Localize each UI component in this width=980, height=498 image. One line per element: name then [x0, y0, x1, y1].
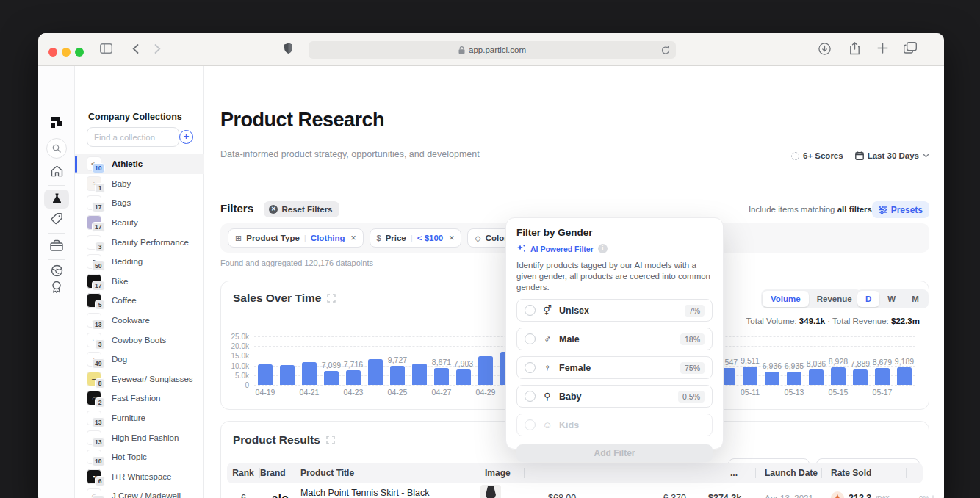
period-option-d[interactable]: D — [857, 291, 879, 307]
add-filter-button[interactable]: Add Filter — [516, 444, 713, 462]
sidebar-item-cookware[interactable]: ≋13Cookware — [75, 311, 204, 331]
minimize-window-button[interactable] — [62, 48, 71, 57]
chart-bar[interactable] — [456, 369, 471, 385]
sidebar-item-bike[interactable]: 17Bike — [75, 272, 204, 292]
radio-button[interactable] — [525, 333, 536, 344]
sidebar-item-high-end-fashion[interactable]: ⌐13High End Fashion — [75, 427, 204, 447]
radio-button — [525, 419, 536, 430]
rail-home-icon[interactable] — [38, 165, 75, 177]
add-collection-button[interactable]: + — [179, 130, 193, 144]
column-header-...[interactable]: ... — [697, 468, 756, 478]
collection-search-input[interactable]: Find a collection — [87, 127, 179, 147]
chart-bar[interactable] — [875, 368, 890, 385]
chart-bar[interactable] — [809, 369, 824, 385]
column-header-Rank[interactable]: Rank — [227, 468, 260, 478]
sidebar-item-furniture[interactable]: ⋰13Furniture — [75, 408, 204, 428]
rail-award-icon[interactable] — [38, 281, 75, 294]
maximize-window-button[interactable] — [75, 48, 84, 57]
sidebar-item-beauty-performance[interactable]: 3Beauty Performance — [75, 232, 204, 252]
gender-option-male[interactable]: ♂Male18% — [516, 328, 713, 350]
series-option-volume[interactable]: Volume — [763, 291, 809, 307]
rail-globe-icon[interactable] — [38, 264, 75, 277]
sidebar-item-cowboy-boots[interactable]: ﹅3Cowboy Boots — [75, 330, 204, 350]
table-row[interactable]: 6aloMatch Point Tennis Skirt - Black5/5 … — [227, 483, 923, 498]
column-header-Launch Date[interactable]: Launch Date — [756, 468, 822, 478]
sidebar-item-bedding[interactable]: Γ50Bedding — [75, 252, 204, 272]
sidebar-toggle-icon[interactable] — [100, 43, 112, 54]
reset-filters-button[interactable]: ✕ Reset Filters — [264, 201, 339, 217]
sidebar-item-hot-topic[interactable]: ╌10Hot Topic — [75, 447, 204, 467]
rail-briefcase-icon[interactable] — [38, 239, 75, 251]
radio-button[interactable] — [525, 391, 536, 402]
radio-button[interactable] — [525, 305, 536, 316]
collection-label: Baby — [112, 179, 131, 188]
sidebar-item-fast-fashion[interactable]: ◠2Fast Fashion — [75, 389, 204, 408]
sidebar-item-i-r-whitespace[interactable]: ▾6I+R Whitespace — [75, 467, 204, 487]
info-icon[interactable]: i — [598, 244, 608, 253]
back-icon[interactable] — [132, 44, 139, 54]
chart-bar[interactable] — [434, 368, 449, 385]
expand-icon[interactable] — [327, 294, 336, 303]
x-axis-label: 04-25 — [381, 388, 414, 397]
series-toggle: VolumeRevenue — [761, 289, 862, 308]
chart-bar[interactable] — [765, 372, 779, 385]
chart-totals: Total Volume: 349.1k · Total Revenue: $2… — [746, 317, 920, 325]
radio-button[interactable] — [525, 362, 536, 373]
remove-filter-icon[interactable]: × — [350, 233, 356, 243]
rail-tags-icon[interactable] — [38, 212, 75, 225]
filter-chip-price[interactable]: $Price|< $100× — [370, 228, 462, 248]
privacy-shield-icon[interactable] — [284, 43, 293, 54]
sidebar-item-coffee[interactable]: 5Coffee — [75, 291, 204, 311]
chart-bar[interactable] — [390, 366, 405, 385]
remove-filter-icon[interactable]: × — [449, 233, 454, 243]
collection-label: I+R Whitespace — [112, 472, 172, 481]
chart-bar[interactable] — [412, 364, 427, 385]
sidebar-item-athletic[interactable]: alo10Athletic — [75, 154, 204, 174]
reload-icon[interactable] — [661, 46, 670, 55]
bar-slot-04-23: 7,71604-23 — [342, 336, 364, 385]
forward-icon[interactable] — [154, 44, 161, 54]
chart-bar[interactable] — [324, 371, 339, 385]
column-header-Brand[interactable]: Brand — [260, 468, 300, 478]
sidebar-item-beauty[interactable]: 17Beauty — [75, 213, 204, 233]
gender-option-female[interactable]: ♀Female75% — [516, 356, 713, 379]
collection-count-badge: 3 — [95, 339, 105, 350]
chart-bar[interactable] — [787, 372, 801, 385]
rail-research-flask-icon[interactable] — [38, 192, 75, 205]
chart-bar[interactable] — [853, 369, 868, 385]
series-option-revenue[interactable]: Revenue — [809, 291, 860, 307]
scores-toggle[interactable]: 6+ Scores — [791, 151, 843, 160]
sidebar-item-j-crew-madewell[interactable]: ◯10J Crew / Madewell — [75, 486, 204, 498]
chart-bar[interactable] — [280, 365, 295, 385]
chart-bar[interactable] — [897, 367, 912, 385]
gender-option-unisex[interactable]: ⚥Unisex7% — [516, 299, 713, 322]
downloads-icon[interactable] — [818, 43, 831, 55]
expand-icon[interactable] — [326, 436, 335, 444]
presets-button[interactable]: Presets — [872, 201, 929, 218]
tab-overview-icon[interactable] — [904, 42, 917, 54]
chart-bar[interactable] — [258, 364, 273, 385]
rail-search-button[interactable] — [38, 138, 75, 159]
filter-chip-product-type[interactable]: ⊞Product Type|Clothing× — [228, 228, 364, 248]
sidebar-item-dog[interactable]: ●49Dog — [75, 350, 204, 369]
close-window-button[interactable] — [48, 48, 57, 57]
column-header-Rate Sold[interactable]: Rate Sold — [822, 468, 907, 478]
chart-bar[interactable] — [831, 367, 846, 385]
chart-bar[interactable] — [346, 370, 361, 385]
collection-thumbnail: 17 — [87, 215, 101, 230]
chart-bar[interactable] — [478, 356, 493, 385]
address-bar[interactable]: app.particl.com — [309, 41, 676, 59]
period-option-w[interactable]: W — [879, 291, 904, 307]
sidebar-item-bags[interactable]: ···17Bags — [75, 193, 204, 213]
sidebar-item-eyewear-sunglasses[interactable]: ▬8Eyewear/ Sunglasses — [75, 369, 204, 389]
share-icon[interactable] — [849, 42, 860, 55]
column-header-Product Title[interactable]: Product Title — [300, 468, 480, 478]
sidebar-item-baby[interactable]: ∴1Baby — [75, 174, 204, 194]
date-range-selector[interactable]: Last 30 Days — [855, 151, 929, 160]
new-tab-icon[interactable] — [877, 43, 888, 54]
datapoints-summary: Found and aggregated 120,176 datapoints — [220, 259, 373, 267]
price-cell: $68.00 — [525, 493, 635, 498]
period-option-m[interactable]: M — [904, 291, 927, 307]
column-header-Image[interactable]: Image — [480, 468, 525, 478]
gender-option-baby[interactable]: ⚲Baby0.5% — [516, 385, 713, 408]
